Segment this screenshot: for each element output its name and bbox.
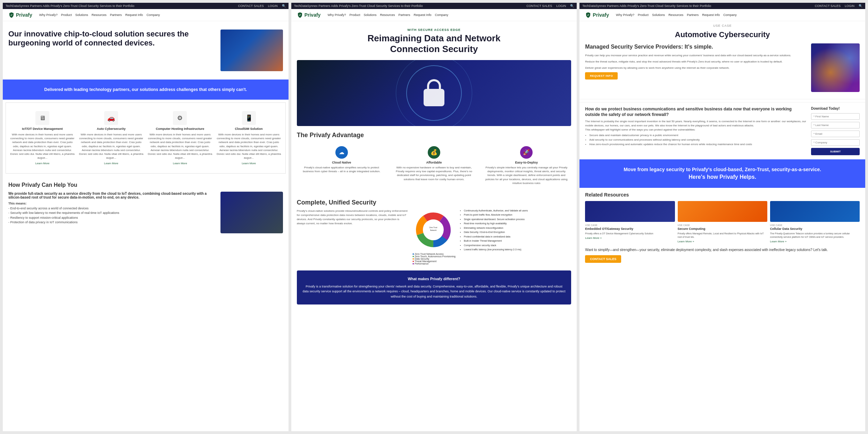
nav-company-p2[interactable]: Company [435, 13, 449, 17]
nav-p3: Privafy Why Privafy? Product Solutions R… [579, 9, 865, 21]
nav-partners-p3[interactable]: Partners [687, 13, 699, 17]
bullet-6: Data Security / End-to-End Encryption [464, 231, 571, 234]
form-bullet-2-p3: Add security to our communications and p… [589, 138, 807, 142]
hosting-link-p1[interactable]: Learn More [148, 162, 212, 165]
related-card-sc-p3: USE CASE Secure Computing Privafy offers… [678, 201, 767, 243]
what-different-text-p2: Privafy is a transformative solution for… [302, 284, 566, 299]
nav-company-p1[interactable]: Company [147, 13, 160, 17]
search-icon-p1[interactable]: 🔍 [282, 4, 286, 8]
search-icon-p3[interactable]: 🔍 [859, 4, 862, 8]
related-card-ot-p3: USE CASE Embedded OT/Gateway Security Pr… [585, 201, 675, 243]
unified-heading-p2: Complete, Unified Security [297, 199, 571, 206]
banner-p1: Delivered with leading technology partne… [3, 80, 289, 100]
final-cta-p3: Want to simplify—and strengthen—your sec… [579, 247, 865, 268]
nav-why-privafy-p3[interactable]: Why Privafy? [616, 13, 634, 17]
company-input-p3[interactable] [811, 139, 860, 146]
card-sim-p1: 📱 CloudSIM Solution With more devices in… [215, 108, 283, 168]
cloud-native-title-p2: Cloud Native [300, 161, 384, 164]
first-name-input-p3[interactable] [811, 113, 860, 120]
nav-company-p3[interactable]: Company [723, 13, 737, 17]
nav-solutions-p3[interactable]: Solutions [652, 13, 665, 17]
login-link-p3[interactable]: LOGIN [845, 4, 854, 8]
nav-why-privafy-p2[interactable]: Why Privafy? [327, 13, 346, 17]
contact-sales-link-p3[interactable]: CONTACT SALES [815, 4, 841, 8]
managed-image-p3 [811, 43, 860, 92]
related-desc-ot-p3: Privafy offers a OT Device Management Cy… [585, 232, 675, 235]
nav-links-p2: Why Privafy? Product Solutions Resources… [327, 13, 571, 17]
svg-text:Zero Trust: Zero Trust [429, 226, 437, 228]
help-image-p1 [220, 192, 283, 233]
use-case-tag-sc-p3: USE CASE [678, 224, 767, 226]
top-bar-p3: TechDataSynnex Partners Adds Privafy's Z… [579, 3, 865, 9]
nav-links-p3: Why Privafy? Product Solutions Resources… [616, 13, 860, 17]
related-title-sc-p3: Secure Computing [678, 227, 767, 231]
nav-resources-p1[interactable]: Resources [92, 13, 107, 17]
hosting-icon-p1: ⚙ [173, 111, 187, 125]
submit-button-p3[interactable]: SUBMIT [811, 148, 860, 155]
card-hosting-p1: ⚙ Computer Hosting Infrastructure With m… [146, 108, 214, 168]
panel-2: TechDataSynnex Partners Adds Privafy's Z… [291, 3, 577, 431]
auto-icon-p1: 🚗 [104, 111, 118, 125]
heading-line1-p2: Reimagining Data and Network [368, 33, 501, 43]
easy-deploy-title-p2: Easy-to-Deploy [484, 161, 568, 164]
related-cards-container-p3: USE CASE Embedded OT/Gateway Security Pr… [585, 201, 860, 243]
contact-sales-link-p1[interactable]: CONTACT SALES [238, 4, 264, 8]
help-means-p1: This means: - End-to-end security across… [8, 201, 216, 225]
nav-solutions-p1[interactable]: Solutions [75, 13, 88, 17]
main-heading-p2: Reimagining Data and Network Connection … [291, 33, 577, 55]
legend-ds: ■ Data Security [412, 258, 456, 260]
adv-card-affordable-p2: 💰 Affordable With no expensive hardware … [389, 143, 479, 188]
related-desc-cellular-p3: The Privafy-Qualcomm Telacon solution pr… [770, 232, 860, 239]
iot-desc-p1: With more devices in their homes and mor… [10, 133, 75, 160]
login-link-p1[interactable]: LOGIN [268, 4, 278, 8]
legend-ztna: ■ Zero Trust Network Access [412, 253, 456, 255]
sim-link-p1[interactable]: Learn More [217, 162, 281, 165]
nav-partners-p1[interactable]: Partners [110, 13, 122, 17]
help-section-p1: How Privafy Can Help You We provide full… [3, 176, 289, 239]
nav-solutions-p2[interactable]: Solutions [364, 13, 376, 17]
nav-partners-p2[interactable]: Partners [398, 13, 410, 17]
nav-product-p1[interactable]: Product [61, 13, 72, 17]
cta-line1-p3: Move from legacy security to Privafy's c… [585, 166, 860, 173]
unified-bullets-p2: Continuously Authenticate, Authorize, an… [460, 209, 571, 252]
related-link-ot-p3[interactable]: Learn More » [585, 236, 602, 240]
nav-p2: Privafy Why Privafy? Product Solutions R… [291, 9, 577, 21]
nav-product-p3[interactable]: Product [638, 13, 649, 17]
legend-ztap: ■ Zero Touch, Autonomous Provisioning [412, 255, 456, 258]
related-link-cellular-p3[interactable]: Learn More » [770, 240, 787, 243]
page-title-p3: Automotive Cybersecurity [579, 30, 865, 39]
auto-link-p1[interactable]: Learn More [79, 162, 143, 165]
shield-icon-p3 [585, 12, 591, 18]
search-icon-p2[interactable]: 🔍 [570, 4, 574, 8]
advantage-section-p2: The Privafy Advantage ☁ Cloud Native Pri… [291, 126, 577, 193]
nav-resources-p3[interactable]: Resources [668, 13, 683, 17]
nav-product-p2[interactable]: Product [349, 13, 360, 17]
nav-request-info-p1[interactable]: Request Info [125, 13, 143, 17]
final-cta-text-p3: Want to simplify—and strengthen—your sec… [585, 247, 860, 252]
iot-link-p1[interactable]: Learn More [10, 162, 75, 165]
form-text2-p3: This whitepaper will highlight some of t… [585, 128, 807, 132]
nav-why-privafy-p1[interactable]: Why Privafy? [39, 13, 58, 17]
contact-sales-link-p2[interactable]: CONTACT SALES [526, 4, 552, 8]
logo-p2[interactable]: Privafy [297, 12, 321, 18]
legend-perf: ■ Performance [412, 262, 456, 265]
easy-deploy-desc-p2: Privafy's simple interface lets you cent… [484, 166, 568, 185]
managed-heading-p3: Managed Security Service Providers: It's… [585, 43, 807, 51]
form-bullets-p3: Secure data and maintain data/customer p… [585, 133, 807, 147]
last-name-input-p3[interactable] [811, 122, 860, 128]
nav-resources-p2[interactable]: Resources [380, 13, 395, 17]
cloud-native-icon-p2: ☁ [335, 146, 348, 159]
contact-sales-button-p3[interactable]: CONTACT SALES [585, 255, 621, 263]
logo-p3[interactable]: Privafy [585, 12, 609, 18]
logo-p1[interactable]: Privafy [8, 12, 32, 18]
managed-section-p3: Managed Security Service Providers: It's… [579, 43, 865, 96]
nav-request-info-p3[interactable]: Request Info [702, 13, 720, 17]
sim-title-p1: CloudSIM Solution [217, 127, 281, 131]
request-info-button-p3[interactable]: REQUEST INFO [585, 72, 618, 80]
email-input-p3[interactable] [811, 131, 860, 137]
news-text-p3: TechDataSynnex Partners Adds Privafy's Z… [582, 4, 711, 8]
related-link-sc-p3[interactable]: Learn More » [678, 240, 694, 243]
lock-icon-p2 [420, 79, 448, 107]
nav-request-info-p2[interactable]: Request Info [414, 13, 432, 17]
login-link-p2[interactable]: LOGIN [556, 4, 566, 8]
